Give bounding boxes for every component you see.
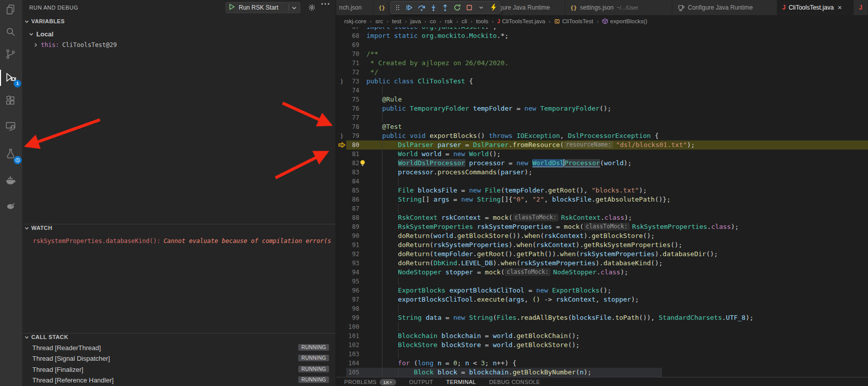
code-text[interactable]: Block block = blockchain.getBlockByNumbe…	[366, 368, 591, 377]
code-line-103[interactable]: 103	[336, 350, 868, 359]
code-text[interactable]: doReturn(DbKind.LEVEL_DB).when(rskSystem…	[366, 259, 663, 268]
code-text[interactable]: String[] args = new String[]{"0", "2", b…	[366, 195, 671, 204]
code-line-74[interactable]: 74	[336, 86, 868, 95]
code-line-94[interactable]: 94 NodeStopper stopper = mock(classToMoc…	[336, 268, 868, 277]
code-text[interactable]: for (long n = 0; n < 3; n++) {	[366, 359, 516, 368]
code-text[interactable]: RskSystemProperties rskSystemProperties …	[366, 222, 739, 231]
variables-scope-local[interactable]: Local	[29, 30, 53, 38]
gear-icon[interactable]	[308, 4, 316, 14]
gutter-glyph-margin[interactable]	[337, 286, 346, 295]
gutter-glyph-margin[interactable]	[337, 231, 346, 240]
breadcrumb-item-co[interactable]: co	[430, 18, 436, 24]
editor-tab-clitoolstest-java[interactable]: JCliToolsTest.java×	[777, 0, 854, 15]
code-text[interactable]: processor.processCommands(parser);	[366, 168, 532, 177]
code-line-93[interactable]: 93 doReturn(DbKind.LEVEL_DB).when(rskSys…	[336, 259, 868, 268]
breadcrumb-item-clitoolstest[interactable]: CliToolsTest	[554, 18, 593, 24]
code-line-84[interactable]: 84	[336, 177, 868, 186]
step-into-icon[interactable]	[428, 2, 439, 13]
code-line-85[interactable]: 85 File blocksFile = new File(tempFolder…	[336, 186, 868, 195]
code-line-80[interactable]: 80 DslParser parser = DslParser.fromReso…	[336, 140, 868, 150]
step-out-icon[interactable]	[440, 2, 451, 13]
breadcrumb-item-exportblocks-[interactable]: exportBlocks()	[602, 18, 647, 24]
gutter-glyph-margin[interactable]	[337, 259, 346, 268]
gutter-glyph-margin[interactable]	[337, 122, 346, 131]
code-line-82[interactable]: 82 WorldDslProcessor processor = new Wor…	[336, 159, 868, 168]
gutter-glyph-margin[interactable]	[337, 50, 346, 59]
editor-tab-configure-java-runtime[interactable]: Configure Java Runtime	[672, 0, 777, 15]
gutter-glyph-margin[interactable]	[337, 295, 346, 304]
code-text[interactable]: public class CliToolsTest {	[366, 77, 473, 86]
drag-icon[interactable]	[392, 2, 403, 13]
editor-tab-settings-json[interactable]: {}settings.json~/.../User	[565, 0, 672, 15]
gutter-glyph-margin[interactable]	[337, 168, 346, 177]
activity-item-gradle[interactable]	[5, 199, 18, 212]
code-text[interactable]: NodeStopper stopper = mock(classToMock:N…	[366, 268, 628, 277]
code-line-73[interactable]: )73public class CliToolsTest {	[336, 77, 868, 86]
editor-tab-nch-json[interactable]: nch.json	[336, 0, 373, 15]
activity-item-explorer[interactable]	[5, 4, 18, 17]
code-text[interactable]: WorldDslProcessor processor = new WorldD…	[366, 159, 631, 168]
gutter-glyph-margin[interactable]	[337, 104, 346, 113]
stop-icon[interactable]	[464, 2, 474, 13]
gutter-glyph-margin[interactable]	[337, 277, 346, 286]
watch-expression-row[interactable]: rskSystemProperties.databaseKind(): Cann…	[33, 236, 331, 245]
gutter-glyph-margin[interactable]: )	[337, 131, 346, 140]
call-stack-thread-row[interactable]: Thread [Reference Handler]RUNNING	[22, 375, 336, 385]
gutter-glyph-margin[interactable]	[337, 195, 346, 204]
breadcrumb-item-rsk[interactable]: rsk	[445, 18, 453, 24]
code-line-102[interactable]: 102 BlockStore blockStore = world.getBlo…	[336, 341, 868, 350]
fold-region-icon[interactable]: )	[340, 78, 343, 85]
code-text[interactable]: import static org.junit.Assert.*;	[366, 27, 497, 31]
stop-chevron-icon[interactable]	[476, 2, 486, 13]
code-line-92[interactable]: 92 doReturn(tempFolder.getRoot().getPath…	[336, 250, 868, 259]
gutter-glyph-margin[interactable]	[337, 68, 346, 77]
activity-item-search[interactable]	[5, 26, 18, 39]
code-line-76[interactable]: 76 public TemporaryFolder tempFolder = n…	[336, 104, 868, 113]
code-text[interactable]: ExportBlocks exportBlocksCliTool = new E…	[366, 286, 611, 295]
code-line-70[interactable]: 70/**	[336, 50, 868, 59]
code-line-89[interactable]: 89 RskSystemProperties rskSystemProperti…	[336, 222, 868, 231]
breadcrumb-item-rskj-core[interactable]: rskj-core	[344, 18, 366, 24]
gutter-glyph-margin[interactable]	[337, 359, 346, 368]
code-line-77[interactable]: 77	[336, 113, 868, 122]
activity-item-source-control[interactable]	[5, 48, 18, 61]
activity-item-docker[interactable]	[5, 174, 18, 187]
gutter-glyph-margin[interactable]	[337, 331, 346, 341]
breadcrumb-item-clitoolstest-java[interactable]: JCliToolsTest.java	[497, 18, 545, 24]
code-line-69[interactable]: 69	[336, 40, 868, 50]
gutter-glyph-margin[interactable]	[337, 159, 346, 168]
quick-fix-lightbulb[interactable]	[359, 160, 366, 169]
gutter-glyph-margin[interactable]	[337, 204, 346, 213]
gutter-glyph-margin[interactable]	[337, 140, 346, 150]
code-line-91[interactable]: 91 doReturn(rskSystemProperties).when(rs…	[336, 240, 868, 250]
code-line-68[interactable]: 68import static org.mockito.Mockito.*;	[336, 31, 868, 40]
gutter-glyph-margin[interactable]	[337, 177, 346, 186]
code-text[interactable]: doReturn(tempFolder.getRoot().getPath())…	[366, 250, 718, 259]
gutter-glyph-margin[interactable]	[337, 213, 346, 222]
call-stack-thread-row[interactable]: Thread [ReaderThread]RUNNING	[22, 343, 336, 353]
code-text[interactable]: DslParser parser = DslParser.fromResourc…	[366, 140, 695, 150]
code-line-100[interactable]: 100	[336, 322, 868, 331]
breadcrumb-item-tools[interactable]: tools	[476, 18, 488, 24]
code-line-75[interactable]: 75 @Rule	[336, 95, 868, 104]
code-text[interactable]: World world = new World();	[366, 150, 501, 159]
close-icon[interactable]: ×	[838, 4, 842, 11]
code-line-81[interactable]: 81 World world = new World();	[336, 150, 868, 159]
gutter-glyph-margin[interactable]	[337, 250, 346, 259]
code-text[interactable]: /**	[366, 50, 378, 59]
activity-item-remote-explorer[interactable]	[5, 120, 18, 133]
editor-tab[interactable]: J	[854, 0, 868, 15]
call-stack-thread-row[interactable]: Thread [Finalizer]RUNNING	[22, 364, 336, 375]
code-line-72[interactable]: 72 */	[336, 68, 868, 77]
code-line-79[interactable]: )79 public void exportBlocks() throws IO…	[336, 131, 868, 140]
code-line-71[interactable]: 71 * Created by ajlopez on 26/04/2020.	[336, 59, 868, 68]
breadcrumb-item-cli[interactable]: cli	[462, 18, 467, 24]
gutter-glyph-margin[interactable]	[337, 313, 346, 322]
gutter-glyph-margin[interactable]	[337, 341, 346, 350]
continue-icon[interactable]	[404, 2, 415, 13]
gutter-glyph-margin[interactable]	[337, 95, 346, 104]
panel-tab-debug-console[interactable]: DEBUG CONSOLE	[489, 379, 540, 385]
code-text[interactable]: BlockStore blockStore = world.getBlockSt…	[366, 341, 580, 350]
gutter-glyph-margin[interactable]	[337, 322, 346, 331]
code-text[interactable]: File blocksFile = new File(tempFolder.ge…	[366, 186, 647, 195]
